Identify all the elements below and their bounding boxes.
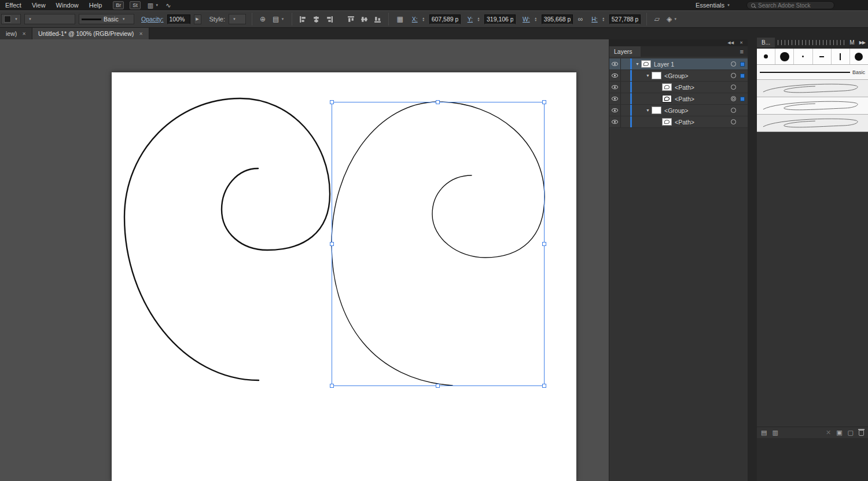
layer-visibility-toggle[interactable] [609,58,621,69]
selection-indicator[interactable] [740,62,745,67]
gpu-performance-icon[interactable]: ∿ [165,2,171,9]
layer-lock-cell[interactable] [621,93,630,104]
layer-thumbnail[interactable] [641,60,651,68]
opacity-spinner-button[interactable]: ▶ [194,14,201,24]
close-tab-icon[interactable]: ✕ [22,31,26,36]
layer-visibility-toggle[interactable] [609,105,621,116]
layer-label[interactable]: <Group> [664,107,688,114]
width-profile-dropdown[interactable] [24,14,75,24]
h-input[interactable] [609,14,641,24]
remove-brush-stroke-icon[interactable]: ✕ [826,429,831,436]
brush-options-icon[interactable]: ▣ [836,429,842,436]
layer-thumbnail[interactable] [652,72,661,79]
brush-item-round[interactable] [832,49,850,64]
selection-handle[interactable] [330,384,334,388]
align-center-horizontal-icon[interactable] [311,16,321,23]
collapse-panels-icon[interactable]: ◀◀ [727,41,734,45]
brush-item-round[interactable] [813,49,832,64]
layer-label[interactable]: Layer 1 [654,61,674,68]
layer-row[interactable]: <Path> [609,82,748,93]
stroke-swatch-dropdown[interactable] [1,14,21,24]
collapsed-tab-label[interactable]: M [849,39,854,46]
selection-handle[interactable] [330,242,334,246]
doc-tab-active[interactable]: Untitled-1* @ 100% (RGB/Preview) ✕ [32,28,149,39]
brush-item-round[interactable] [775,49,794,64]
stock-search-box[interactable] [746,1,834,9]
brush-item-round[interactable] [794,49,812,64]
transform-reference-grid-icon[interactable]: ▦ [395,15,404,23]
stock-button[interactable]: St [130,1,141,9]
arrange-documents-icon[interactable]: ▥ [148,2,159,9]
menu-effect[interactable]: Effect [0,0,27,10]
layer-visibility-toggle[interactable] [609,93,621,104]
w-stepper[interactable] [534,17,538,21]
h-label[interactable]: H: [591,16,598,23]
menu-view[interactable]: View [27,0,51,10]
brush-item-artistic[interactable] [757,97,868,115]
layer-visibility-toggle[interactable] [609,70,621,81]
layer-label[interactable]: <Path> [675,119,694,126]
new-brush-icon[interactable]: ▢ [848,429,854,436]
close-panel-icon[interactable]: ✕ [740,41,743,45]
expand-arrow-icon[interactable]: ▼ [634,62,641,66]
y-input[interactable] [484,14,516,24]
brush-item-round[interactable] [757,49,775,64]
selection-handle[interactable] [542,384,546,388]
align-left-icon[interactable] [298,16,308,23]
y-label[interactable]: Y: [468,16,473,23]
selection-handle[interactable] [542,100,546,104]
align-top-icon[interactable] [346,16,356,23]
selection-handle[interactable] [436,100,440,104]
spiral-left-path[interactable] [124,98,330,380]
brush-item-basic[interactable]: Basic [757,65,868,80]
document-setup-icon[interactable]: ▤ [271,15,286,23]
layer-label[interactable]: <Path> [675,96,694,102]
brush-libraries-icon[interactable]: ▤ [761,429,767,436]
selection-indicator[interactable] [740,97,745,101]
layer-lock-cell[interactable] [621,70,630,81]
layer-thumbnail[interactable] [662,83,672,91]
expand-panel-icon[interactable]: ▶▶ [859,40,865,45]
align-middle-vertical-icon[interactable] [359,16,369,23]
expand-arrow-icon[interactable]: ▼ [644,74,652,78]
delete-brush-icon[interactable] [859,430,864,436]
layer-thumbnail[interactable] [662,95,672,102]
layer-label[interactable]: <Group> [664,72,688,79]
opacity-label[interactable]: Opacity: [141,16,164,23]
selection-handle[interactable] [436,384,440,388]
h-stepper[interactable] [601,17,606,21]
w-input[interactable] [542,14,573,24]
layer-visibility-toggle[interactable] [609,116,621,127]
libraries-panel-icon[interactable]: ▥ [772,429,778,436]
selection-bounding-box[interactable] [332,102,545,386]
align-right-icon[interactable] [325,16,334,23]
layers-tab[interactable]: Layers [609,46,641,57]
brush-item-artistic[interactable] [757,80,868,97]
shear-icon[interactable]: ▱ [653,15,661,23]
brushes-tab[interactable]: B... [757,38,775,47]
w-label[interactable]: W: [523,16,530,23]
target-circle-icon[interactable] [731,96,736,101]
align-bottom-icon[interactable] [373,16,382,23]
layer-lock-cell[interactable] [621,82,630,93]
transform-options-icon[interactable]: ◈ [665,15,679,23]
target-circle-icon[interactable] [731,108,736,113]
menu-help[interactable]: Help [84,0,108,10]
x-label[interactable]: X: [412,16,418,23]
menu-window[interactable]: Window [51,0,84,10]
doc-tab-background[interactable]: iew) ✕ [0,28,32,39]
y-stepper[interactable] [476,17,481,21]
layer-label[interactable]: <Path> [675,84,694,91]
target-circle-icon[interactable] [731,73,736,78]
target-circle-icon[interactable] [731,85,736,90]
selection-indicator[interactable] [740,74,745,78]
opacity-input[interactable] [167,14,190,24]
canvas-area[interactable] [0,39,609,481]
brush-item-round[interactable] [850,49,868,64]
layer-row[interactable]: <Path> [609,116,748,128]
workspace-switcher[interactable]: Essentials [696,2,730,9]
layer-lock-cell[interactable] [621,105,630,116]
layer-thumbnail[interactable] [662,118,672,126]
selection-handle[interactable] [542,242,546,246]
style-dropdown[interactable] [229,14,246,24]
